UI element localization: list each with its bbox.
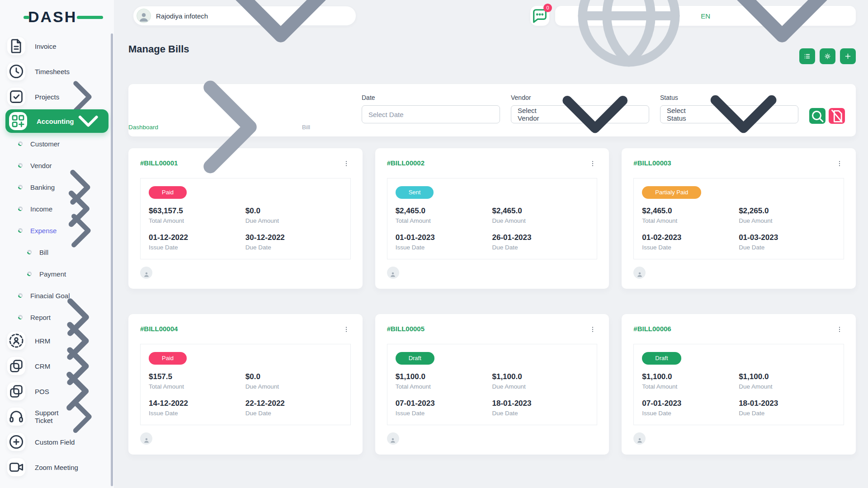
due-amount-label: Due Amount [492,217,589,224]
sidebar-item-projects[interactable]: Projects [0,84,114,109]
sidebar-item-label: Payment [39,270,66,278]
zoom-meeting-icon [7,458,25,476]
language-code: EN [701,12,710,20]
breadcrumb-dashboard-link[interactable]: Dashboard [128,124,158,131]
due-amount-value: $0.0 [245,372,342,381]
custom-field-icon [7,433,25,451]
bills-grid: #BILL00001Paid$63,157.5Total Amount$0.0D… [128,148,856,467]
bill-id-link[interactable]: #BILL00006 [633,325,671,333]
bill-card-menu-button[interactable] [588,325,597,334]
logo-bar [77,16,103,19]
circle-dot-icon [27,272,32,276]
total-amount-label: Total Amount [149,383,245,390]
total-amount-label: Total Amount [396,383,492,390]
due-amount-value: $1,100.0 [739,372,835,381]
total-amount-value: $2,465.0 [396,206,492,216]
due-date-label: Due Date [245,410,342,417]
bill-card-menu-button[interactable] [342,325,351,334]
chevron-right-icon [57,206,106,255]
breadcrumb-current: Bill [302,124,310,131]
bill-card-menu-button[interactable] [835,325,844,334]
company-avatar [137,9,151,23]
sidebar-item-label: Support Ticket [35,409,59,424]
circle-dot-icon [18,315,23,319]
messages-button[interactable]: 0 [530,6,549,26]
bill-summary-box: Draft$1,100.0Total Amount$1,100.0Due Amo… [633,344,844,425]
status-badge: Draft [396,352,434,365]
bill-card--bill00006: #BILL00006Draft$1,100.0Total Amount$1,10… [622,314,856,455]
projects-icon [7,88,25,106]
hrm-icon [7,332,25,350]
sidebar-item-custom-field[interactable]: Custom Field [0,429,114,455]
settings-button[interactable] [820,48,835,64]
circle-dot-icon [18,206,23,211]
chevron-right-icon [162,59,298,195]
circle-dot-icon [18,228,23,233]
sidebar-item-invoice[interactable]: Invoice [0,33,114,59]
sidebar-item-label: HRM [35,337,50,345]
company-name: Rajodiya infotech [156,12,208,20]
sidebar-item-label: Custom Field [35,438,75,446]
invoice-icon [7,37,25,55]
total-amount-value: $1,100.0 [642,372,739,381]
sidebar-item-label: CRM [35,362,50,370]
person-icon [636,435,643,442]
total-amount-label: Total Amount [149,217,245,224]
due-date-value: 01-03-2023 [739,233,835,242]
due-date-label: Due Date [245,244,342,251]
issue-date-value: 01-12-2022 [149,233,245,242]
due-amount-label: Due Amount [739,217,835,224]
bill-id-link[interactable]: #BILL00004 [140,325,178,333]
clock-icon [7,62,25,80]
sidebar-item-support-ticket[interactable]: Support Ticket [0,404,114,429]
due-date-value: 18-01-2023 [492,399,589,408]
issue-date-label: Issue Date [149,244,245,251]
sidebar-item-customer[interactable]: Customer [0,133,114,155]
bill-id-link[interactable]: #BILL00005 [387,325,425,333]
notification-badge: 0 [543,4,552,12]
person-icon [389,435,396,442]
sidebar-item-label: Vendor [30,162,52,169]
sidebar-item-label: Customer [30,140,60,148]
due-date-value: 22-12-2022 [245,399,342,408]
issue-date-value: 14-12-2022 [149,399,245,408]
circle-dot-icon [18,141,23,146]
issue-date-label: Issue Date [642,244,739,251]
company-selector[interactable]: Rajodiya infotech [133,6,356,26]
sidebar-item-expense[interactable]: Expense [0,220,114,241]
total-amount-label: Total Amount [642,383,739,390]
sidebar-item-label: Income [30,205,52,213]
issue-date-label: Issue Date [396,410,492,417]
due-amount-value: $2,465.0 [492,206,589,216]
vendor-avatar[interactable] [140,267,152,279]
circle-dot-icon [27,250,32,254]
main-content: Manage Bills Dashboard Bill Date Vendor … [128,32,856,467]
language-selector[interactable]: EN [555,6,856,26]
due-amount-label: Due Amount [245,383,342,390]
vendor-avatar[interactable] [387,267,399,279]
vendor-avatar[interactable] [387,432,399,445]
sidebar-item-label: Expense [30,227,57,235]
create-bill-button[interactable] [840,48,856,64]
sidebar-item-label: Projects [35,93,59,101]
logo-dot [24,16,29,19]
due-amount-label: Due Amount [739,383,835,390]
sidebar-item-accounting[interactable]: Accounting [5,109,108,133]
sidebar-item-zoom-meeting[interactable]: Zoom Meeting [0,455,114,480]
vendor-avatar[interactable] [633,432,646,445]
vendor-avatar[interactable] [140,432,152,445]
status-badge: Draft [642,352,681,365]
app-logo[interactable]: DASH [28,8,91,27]
due-date-label: Due Date [739,244,835,251]
person-icon [143,435,150,442]
sidebar-item-payment[interactable]: Payment [0,263,114,285]
pos-icon [7,382,25,400]
person-icon [636,269,643,277]
issue-date-label: Issue Date [149,410,245,417]
circle-dot-icon [18,163,23,168]
issue-date-value: 07-01-2023 [642,399,739,408]
vendor-avatar[interactable] [633,267,646,279]
due-date-label: Due Date [492,244,589,251]
list-view-button[interactable] [799,48,815,64]
sidebar-scrollbar[interactable] [111,33,113,486]
